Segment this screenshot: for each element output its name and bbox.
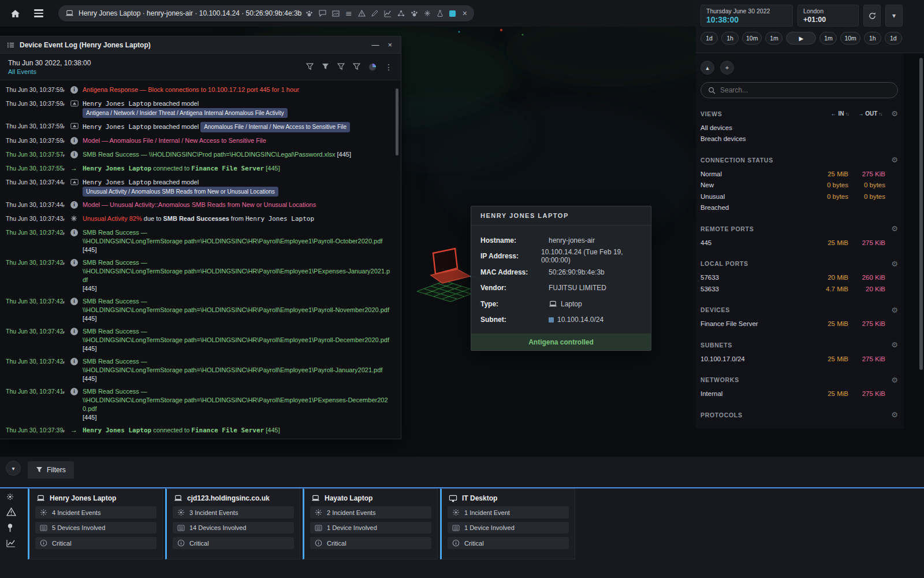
metric-row[interactable]: Unusual0 bytes0 bytes [701, 191, 898, 202]
event-expand-chevron-icon[interactable]: ▼ [61, 99, 70, 109]
minimize-icon[interactable]: — [370, 41, 381, 49]
experiment-icon[interactable] [437, 10, 444, 17]
incident-stat[interactable]: 14 Devices Involved [173, 522, 294, 533]
event-expand-chevron-icon[interactable]: ▼ [61, 178, 70, 188]
world-breakdown-icon[interactable] [368, 63, 377, 71]
event-row[interactable]: Thu Jun 30, 10:37:39▼→Henry Jones Laptop… [0, 424, 401, 438]
incident-stat[interactable]: 4 Incident Events [35, 506, 157, 518]
more-options-icon[interactable]: ⋮ [385, 63, 393, 71]
event-row[interactable]: Thu Jun 30, 10:37:59▼iModel — Anomalous … [0, 134, 401, 148]
event-expand-chevron-icon[interactable]: ▼ [61, 258, 70, 268]
tag-paw-icon[interactable] [305, 10, 313, 17]
event-log-scrollbar[interactable] [396, 88, 398, 155]
sidebar-view-item[interactable]: Breach devices [701, 134, 898, 145]
metrics-icon[interactable] [6, 539, 16, 547]
incident-card[interactable]: IT Desktop1 Incident Event1 Device Invol… [440, 488, 575, 560]
model-breach-badge[interactable]: Unusual Activity / Anomalous SMB Reads f… [83, 187, 278, 197]
sidebar-search[interactable] [701, 82, 898, 98]
event-row[interactable]: Thu Jun 30, 10:37:57▼iSMB Read Success —… [0, 148, 401, 162]
ai-analyst-icon[interactable] [6, 493, 16, 501]
model-breach-badge[interactable]: Antigena / Network / Insider Threat / An… [83, 108, 288, 118]
model-breach-badge[interactable]: Anomalous File / Internal / New Access t… [200, 122, 350, 132]
metric-row[interactable]: Finance File Server25 MiB275 KiB [701, 318, 898, 330]
time-preset-1m[interactable]: 1m [765, 32, 783, 45]
datetime-display[interactable]: Thursday June 30 2022 10:38:00 [701, 5, 793, 27]
section-settings-gear-icon[interactable]: ⚙ [891, 340, 898, 349]
sidebar-view-item[interactable]: All devices [701, 122, 898, 134]
incident-card[interactable]: Hayato Laptop2 Incident Events1 Device I… [303, 488, 438, 560]
omnisearch-close-icon[interactable]: × [463, 9, 467, 17]
incident-card[interactable]: Henry Jones Laptop4 Incident Events5 Dev… [28, 488, 163, 560]
section-settings-gear-icon[interactable]: ⚙ [891, 155, 898, 164]
event-row[interactable]: Thu Jun 30, 10:37:44▼Henry Jones Laptop … [0, 176, 401, 199]
event-row[interactable]: Thu Jun 30, 10:37:59▼iAntigena Response … [0, 83, 401, 97]
event-expand-chevron-icon[interactable]: ▼ [61, 122, 70, 132]
all-events-link[interactable]: All Events [8, 68, 306, 75]
metric-row[interactable]: Normal25 MiB275 KiB [701, 168, 898, 180]
time-panel-expand-icon[interactable]: ▾ [885, 5, 903, 27]
event-row[interactable]: Thu Jun 30, 10:37:42▼iSMB Read Success —… [0, 295, 401, 325]
event-expand-chevron-icon[interactable]: ▼ [61, 201, 70, 210]
incident-stat[interactable]: Critical [448, 537, 569, 549]
freeze-icon[interactable] [424, 10, 431, 17]
event-row[interactable]: Thu Jun 30, 10:37:41▼iSMB Read Success —… [0, 386, 401, 424]
home-icon[interactable] [10, 9, 20, 18]
add-panel-button[interactable]: + [720, 61, 734, 75]
filters-button[interactable]: Filters [28, 461, 74, 479]
event-expand-chevron-icon[interactable]: ▼ [61, 164, 70, 174]
pinned-icon[interactable] [6, 523, 16, 532]
metric-row[interactable]: Internal25 MiB275 KiB [701, 388, 898, 400]
event-row[interactable]: Thu Jun 30, 10:37:42▼iSMB Read Success —… [0, 227, 401, 257]
incidents-icon[interactable] [6, 507, 16, 516]
time-preset-10m[interactable]: 10m [742, 32, 762, 45]
incident-card[interactable]: cjd123.holdingsinc.co.uk3 Incident Event… [165, 488, 300, 560]
incident-stat[interactable]: 1 Incident Event [448, 506, 569, 518]
event-expand-chevron-icon[interactable]: ▼ [61, 150, 70, 160]
incident-stat[interactable]: 1 Device Involved [310, 522, 431, 533]
page-scrollbar[interactable] [919, 58, 923, 370]
event-expand-chevron-icon[interactable]: ▼ [61, 327, 70, 337]
timezone-display[interactable]: London +01:00 [798, 5, 859, 27]
event-expand-chevron-icon[interactable]: ▼ [61, 426, 70, 436]
event-row[interactable]: Thu Jun 30, 10:37:44▼iModel — Unusual Ac… [0, 199, 401, 213]
graph-icon[interactable] [384, 10, 392, 17]
time-preset-1d[interactable]: 1d [701, 32, 718, 45]
incident-stat[interactable]: 1 Device Involved [448, 522, 569, 533]
collapse-panel-button[interactable]: ▴ [701, 61, 714, 75]
play-button[interactable]: ▶ [786, 32, 816, 45]
time-preset-1d[interactable]: 1d [885, 32, 902, 45]
incident-stat[interactable]: 5 Devices Involved [35, 522, 157, 533]
viewport-icon[interactable] [449, 10, 456, 17]
event-row[interactable]: Thu Jun 30, 10:37:59▼Henry Jones Laptop … [0, 120, 401, 135]
event-row[interactable]: Thu Jun 30, 10:37:42▼iSMB Read Success —… [0, 257, 401, 295]
event-expand-chevron-icon[interactable]: ▼ [61, 214, 70, 224]
alerts-icon[interactable] [358, 10, 366, 17]
metric-row[interactable]: Breached [701, 202, 898, 214]
section-settings-gear-icon[interactable]: ⚙ [891, 260, 898, 268]
event-log-titlebar[interactable]: Device Event Log (Henry Jones Laptop) — … [0, 36, 401, 54]
incident-stat[interactable]: Critical [310, 537, 431, 549]
metric-row[interactable]: 5763320 MiB260 KiB [701, 272, 898, 284]
refresh-button[interactable] [863, 5, 881, 27]
omnisearch-bar[interactable]: Henry Jones Laptop · henry-jones-air · 1… [58, 5, 474, 21]
incident-stat[interactable]: Critical [173, 537, 294, 549]
media-icon[interactable] [332, 10, 340, 17]
section-settings-gear-icon[interactable]: ⚙ [891, 224, 898, 233]
time-preset-10m[interactable]: 10m [840, 32, 860, 45]
views-settings-gear-icon[interactable]: ⚙ [891, 109, 898, 118]
event-row[interactable]: Thu Jun 30, 10:37:43▼Unusual Activity 82… [0, 213, 401, 227]
filter-add-icon[interactable] [337, 63, 345, 71]
event-row[interactable]: Thu Jun 30, 10:37:42▼iSMB Read Success —… [0, 355, 401, 386]
window-menu-icon[interactable] [7, 42, 14, 49]
section-settings-gear-icon[interactable]: ⚙ [891, 410, 898, 419]
metric-row[interactable]: 536334.7 MiB20 KiB [701, 283, 898, 295]
event-expand-chevron-icon[interactable]: ▼ [61, 228, 70, 238]
sort-in-control[interactable]: ← IN↑↓ [831, 110, 849, 117]
comment-icon[interactable] [319, 10, 326, 17]
event-row[interactable]: Thu Jun 30, 10:37:42▼iSMB Read Success —… [0, 325, 401, 355]
filter-block-icon[interactable] [353, 63, 360, 71]
time-preset-1h[interactable]: 1h [864, 32, 881, 45]
filter-icon[interactable] [322, 63, 329, 71]
antigena-paw-icon[interactable] [411, 10, 418, 17]
metric-row[interactable]: 44525 MiB275 KiB [701, 237, 898, 249]
